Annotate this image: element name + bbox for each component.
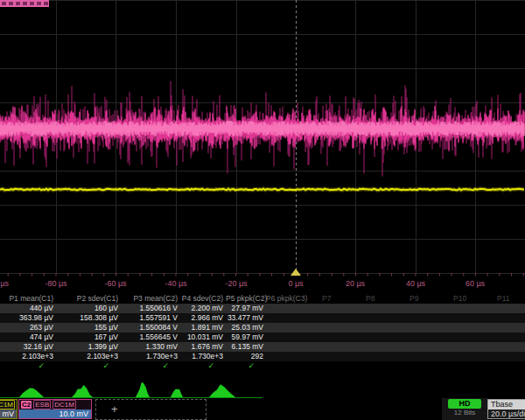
measure-value bbox=[310, 313, 354, 323]
timebase-value: 20.0 µs/div bbox=[488, 410, 525, 418]
measure-header-7[interactable]: P7 bbox=[310, 294, 354, 304]
channel-c2-descriptor[interactable]: C2 ESB DC1M 10.0 mV bbox=[18, 399, 92, 419]
measure-status-icon: ✓ bbox=[56, 361, 121, 371]
measure-value bbox=[485, 342, 525, 352]
c2-esb-badge: ESB bbox=[33, 400, 51, 410]
measure-value: 167 µV bbox=[56, 332, 121, 342]
c1-volts-per-div: 10.0 mV bbox=[0, 410, 17, 418]
timebase-descriptor[interactable]: Tbase 20.0 µs/div bbox=[487, 399, 525, 419]
measure-value: 1.550616 V bbox=[121, 304, 180, 313]
measure-value bbox=[310, 352, 354, 361]
time-tick-label: 60 µs bbox=[456, 279, 494, 288]
histicon-p4[interactable] bbox=[171, 389, 183, 398]
measure-value: 292 bbox=[226, 352, 266, 361]
measure-value: 1.730e+3 bbox=[180, 352, 226, 361]
hd-badge: HD bbox=[448, 399, 481, 409]
measure-value bbox=[266, 352, 310, 361]
time-tick-label: -100 µs bbox=[0, 279, 15, 288]
measure-value bbox=[397, 313, 441, 323]
measure-value bbox=[354, 323, 397, 332]
measure-value bbox=[485, 304, 525, 313]
measure-value bbox=[397, 332, 441, 342]
measure-value bbox=[310, 332, 354, 342]
oscilloscope-screen: -100 µs-80 µs-60 µs-40 µs-20 µs0 µs20 µs… bbox=[0, 0, 525, 420]
measure-value: 1.330 mV bbox=[121, 342, 180, 352]
measure-value bbox=[397, 304, 441, 313]
measure-status-icon bbox=[266, 361, 310, 371]
measure-status-icon: ✓ bbox=[226, 361, 266, 371]
channel-c1-descriptor[interactable]: C1 DC1M 10.0 mV bbox=[0, 399, 18, 419]
measure-value: 2.103e+3 bbox=[0, 352, 56, 361]
hd-mode-indicator: HD 12 Bits bbox=[442, 398, 487, 420]
measure-status-icon: ✓ bbox=[180, 361, 226, 371]
measure-value: 1.730e+3 bbox=[121, 352, 180, 361]
time-tick-label: -20 µs bbox=[217, 279, 256, 288]
c1-coupling-badge: DC1M bbox=[0, 400, 15, 410]
measure-header-4[interactable]: P4 sdev(C2) bbox=[180, 294, 226, 304]
histicon-p2[interactable] bbox=[72, 385, 93, 397]
measure-status-icon bbox=[485, 361, 525, 371]
measurement-histicons[interactable] bbox=[0, 377, 525, 400]
measure-value bbox=[485, 313, 525, 323]
waveform-plot-area[interactable] bbox=[0, 0, 525, 276]
measure-value: 363.98 µV bbox=[0, 313, 56, 323]
measure-value: 160 µV bbox=[56, 304, 121, 313]
measure-value bbox=[441, 323, 485, 332]
measure-value bbox=[266, 304, 310, 313]
measure-header-11[interactable]: P11 bbox=[485, 294, 525, 304]
measure-status-icon: ✓ bbox=[121, 361, 180, 371]
measure-status-icon: ✓ bbox=[0, 361, 56, 371]
measure-value: 1.557591 V bbox=[121, 313, 180, 323]
measure-header-1[interactable]: P1 mean(C1) bbox=[0, 294, 56, 304]
measure-value bbox=[397, 323, 441, 332]
measure-value bbox=[354, 352, 397, 361]
add-new-trace-box[interactable]: + bbox=[95, 399, 206, 420]
measure-value bbox=[310, 342, 354, 352]
time-tick-label: 40 µs bbox=[396, 279, 435, 288]
measure-value bbox=[441, 332, 485, 342]
measure-value bbox=[485, 352, 525, 361]
time-tick-label: -80 µs bbox=[37, 279, 75, 288]
measure-header-9[interactable]: P9 bbox=[397, 294, 441, 304]
measure-value bbox=[266, 332, 310, 342]
measure-value: 474 µV bbox=[0, 332, 56, 342]
measure-value: 2.966 mV bbox=[180, 313, 226, 323]
measure-status-icon bbox=[397, 361, 441, 371]
measure-value bbox=[441, 342, 485, 352]
measure-value: 1.891 mV bbox=[180, 323, 226, 332]
measure-value bbox=[397, 352, 441, 361]
measure-header-2[interactable]: P2 sdev(C1) bbox=[56, 294, 121, 304]
descriptor-bar: C1 DC1M 10.0 mV C2 ESB DC1M 10.0 mV + HD… bbox=[0, 398, 525, 420]
measure-header-8[interactable]: P8 bbox=[354, 294, 397, 304]
measure-header-5[interactable]: P5 pkpk(C2) bbox=[226, 294, 266, 304]
plus-icon: + bbox=[111, 402, 118, 416]
measure-value: 158.308 µV bbox=[56, 313, 121, 323]
measure-value bbox=[354, 304, 397, 313]
measure-value: 1.676 mV bbox=[180, 342, 226, 352]
measure-status-icon bbox=[354, 361, 397, 371]
hd-bits-label: 12 Bits bbox=[442, 409, 487, 417]
measure-value: 2.200 mV bbox=[180, 304, 226, 313]
measure-value bbox=[354, 342, 397, 352]
measure-value: 25.03 mV bbox=[226, 323, 266, 332]
measure-value bbox=[266, 323, 310, 332]
measure-header-3[interactable]: P3 mean(C2) bbox=[121, 294, 180, 304]
measure-value: 59.97 mV bbox=[226, 332, 266, 342]
time-axis: -100 µs-80 µs-60 µs-40 µs-20 µs0 µs20 µs… bbox=[0, 277, 525, 291]
histicon-p1[interactable] bbox=[19, 388, 44, 397]
measure-header-6[interactable]: P6 pkpk(C3) bbox=[266, 294, 310, 304]
measure-value: 263 µV bbox=[0, 323, 56, 332]
measure-value: 33.477 mV bbox=[226, 313, 266, 323]
histicon-p5[interactable] bbox=[209, 384, 235, 397]
measure-value: 2.103e+3 bbox=[56, 352, 121, 361]
measure-value: 1.550084 V bbox=[121, 323, 180, 332]
measure-header-10[interactable]: P10 bbox=[441, 294, 485, 304]
timebase-title: Tbase bbox=[488, 400, 525, 410]
measure-value: 32.16 µV bbox=[0, 342, 56, 352]
measure-value bbox=[441, 352, 485, 361]
histicon-p3[interactable] bbox=[136, 382, 150, 397]
c2-coupling-badge: DC1M bbox=[52, 400, 76, 410]
measure-value bbox=[354, 313, 397, 323]
measure-value bbox=[397, 342, 441, 352]
measure-value: 1.556645 V bbox=[121, 332, 180, 342]
